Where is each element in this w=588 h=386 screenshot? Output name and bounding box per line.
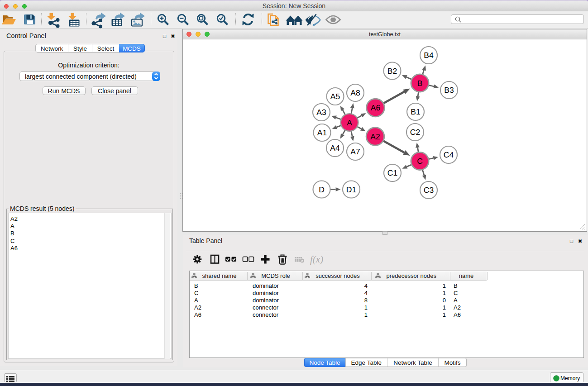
svg-text:A5: A5: [330, 92, 340, 101]
svg-text:A7: A7: [350, 147, 360, 156]
svg-text:A3: A3: [316, 108, 326, 117]
svg-text:D: D: [319, 185, 325, 194]
svg-text:B4: B4: [424, 51, 434, 60]
svg-text:D1: D1: [346, 185, 356, 194]
svg-text:A: A: [347, 118, 352, 127]
svg-text:C1: C1: [387, 168, 397, 177]
svg-text:C3: C3: [424, 186, 434, 195]
svg-text:B1: B1: [411, 107, 420, 116]
svg-text:C: C: [417, 157, 423, 166]
svg-text:A6: A6: [371, 103, 380, 112]
svg-text:A4: A4: [330, 143, 340, 152]
svg-text:f(x): f(x): [310, 254, 323, 265]
svg-text:A1: A1: [317, 128, 327, 137]
svg-text:A8: A8: [350, 88, 360, 97]
svg-text:B3: B3: [444, 86, 454, 95]
svg-text:B: B: [417, 79, 423, 88]
svg-text:A2: A2: [370, 132, 380, 141]
svg-text:B2: B2: [387, 67, 397, 76]
svg-text:C2: C2: [410, 128, 420, 137]
svg-text:C4: C4: [444, 150, 454, 159]
